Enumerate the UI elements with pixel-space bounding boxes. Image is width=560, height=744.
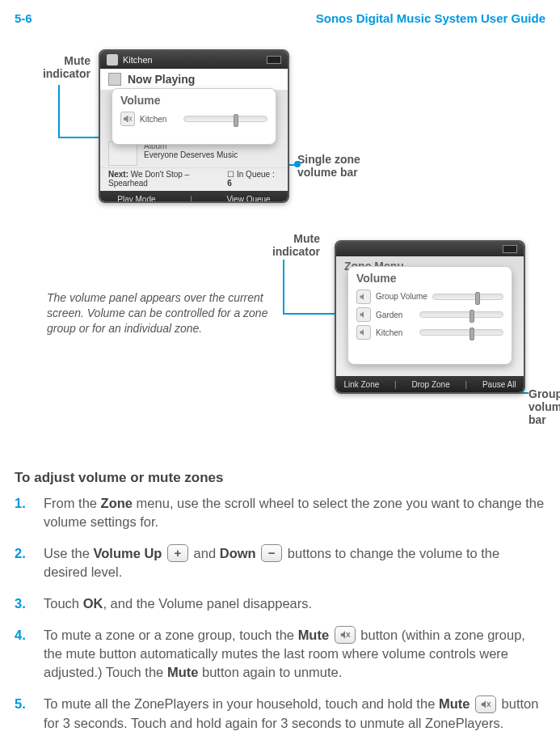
step-number: 5. — [15, 695, 32, 732]
volume-row: Kitchen — [356, 325, 503, 340]
volume-row-label: Kitchen — [376, 328, 415, 337]
step-4: 4. To mute a zone or a zone group, touch… — [15, 626, 545, 682]
callout-single-zone-volume-bar: Single zone volume bar — [297, 153, 394, 179]
volume-row-label: Group Volume — [376, 293, 427, 302]
bold-mute: Mute — [439, 696, 470, 711]
diagram-note: The volume panel appears over the curren… — [47, 290, 289, 336]
mute-icon — [475, 695, 496, 713]
screenshot-zone-menu: Zone Menu Volume Group Volume Garden — [335, 240, 525, 394]
bold-ok: OK — [83, 596, 103, 611]
plus-icon: + — [167, 544, 188, 562]
bottom-view-queue[interactable]: View Queue — [226, 195, 270, 203]
step-number: 2. — [15, 544, 32, 581]
mute-icon[interactable] — [356, 307, 371, 322]
bold-mute: Mute — [167, 665, 199, 679]
section-title: To adjust volume or mute zones — [15, 470, 545, 486]
bold-zone: Zone — [101, 496, 133, 510]
volume-row: Garden — [356, 307, 503, 322]
now-playing-row: Now Playing — [100, 69, 288, 90]
leader-line — [283, 260, 284, 313]
step-5: 5. To mute all the ZonePlayers in your h… — [15, 695, 545, 732]
step-number: 4. — [15, 626, 32, 682]
bold-down: Down — [220, 546, 256, 560]
text: From the — [44, 496, 101, 510]
text: Touch — [44, 596, 83, 611]
album-art-icon — [108, 73, 121, 86]
battery-icon — [503, 245, 517, 253]
volume-row: Kitchen — [120, 112, 267, 126]
bottom-bar: Play Mode | View Queue — [100, 191, 288, 203]
step-text: To mute a zone or a zone group, touch th… — [44, 626, 545, 682]
screenshot-now-playing: Kitchen Now Playing Volume Kitchen Album — [99, 49, 289, 203]
queue-label: In Queue : — [237, 170, 275, 179]
volume-popup-group: Volume Group Volume Garden Kitchen — [347, 266, 512, 365]
step-text: Touch OK, and the Volume panel disappear… — [44, 594, 312, 613]
text: and — [194, 546, 220, 560]
volume-row-label: Garden — [376, 311, 415, 319]
steps-list: 1. From the Zone menu, use the scroll wh… — [15, 494, 545, 732]
now-playing-label: Now Playing — [128, 73, 195, 86]
callout-mute-indicator-1: Mute indicator — [23, 54, 91, 80]
bottom-pause-all[interactable]: Pause All — [482, 380, 516, 389]
battery-icon — [267, 56, 281, 64]
volume-row: Group Volume — [356, 290, 503, 304]
volume-row-label: Kitchen — [140, 115, 179, 124]
bottom-play-mode[interactable]: Play Mode — [117, 195, 155, 203]
minus-icon: − — [261, 544, 282, 562]
text: To mute all the ZonePlayers in your hous… — [44, 696, 439, 711]
volume-slider[interactable] — [419, 311, 503, 318]
step-text: From the Zone menu, use the scroll wheel… — [44, 494, 545, 531]
queue-value: 6 — [227, 179, 232, 188]
step-3: 3. Touch OK, and the Volume panel disapp… — [15, 594, 545, 613]
bold-volume-up: Volume Up — [93, 546, 162, 560]
titlebar: Kitchen — [100, 51, 288, 69]
speaker-icon — [107, 54, 118, 66]
album-value: Everyone Deserves Music — [144, 150, 238, 159]
titlebar — [336, 242, 524, 256]
bold-mute: Mute — [298, 628, 330, 642]
text: button again to unmute. — [198, 665, 342, 679]
volume-slider[interactable] — [432, 294, 503, 300]
volume-popup: Volume Kitchen — [112, 88, 276, 145]
zone-name: Kitchen — [123, 55, 153, 65]
volume-slider[interactable] — [183, 116, 267, 122]
bottom-bar: Link Zone | Drop Zone | Pause All — [336, 376, 524, 393]
next-row: Next: We Don't Stop – Spearhead ☐ In Que… — [100, 167, 288, 191]
mute-icon[interactable] — [356, 290, 371, 304]
text: Use the — [44, 546, 93, 560]
callout-group-volume-bar: Group volume bar — [528, 387, 560, 426]
volume-slider[interactable] — [419, 329, 503, 336]
mute-icon — [335, 626, 356, 644]
step-text: Use the Volume Up + and Down − buttons t… — [44, 544, 545, 581]
album-art-thumb — [108, 142, 137, 166]
next-label: Next: — [108, 170, 128, 179]
bottom-link-zone[interactable]: Link Zone — [343, 380, 379, 389]
step-1: 1. From the Zone menu, use the scroll wh… — [15, 494, 545, 531]
text: , and the Volume panel disappears. — [103, 596, 312, 611]
page-number: 5-6 — [15, 11, 32, 25]
callout-mute-indicator-2: Mute indicator — [247, 232, 320, 258]
step-2: 2. Use the Volume Up + and Down − button… — [15, 544, 545, 581]
text: To mute a zone or a zone group, touch th… — [44, 628, 298, 642]
leader-dot — [294, 161, 301, 167]
mute-icon[interactable] — [356, 325, 371, 340]
bottom-drop-zone[interactable]: Drop Zone — [411, 380, 449, 389]
diagram-area: Mute indicator Single zone volume bar Mu… — [15, 48, 545, 452]
guide-title: Sonos Digital Music System User Guide — [316, 11, 545, 25]
step-text: To mute all the ZonePlayers in your hous… — [44, 695, 545, 732]
step-number: 3. — [15, 594, 32, 613]
mute-icon[interactable] — [120, 112, 135, 126]
volume-popup-title: Volume — [120, 94, 267, 107]
step-number: 1. — [15, 494, 32, 531]
leader-line — [58, 85, 60, 137]
volume-popup-title: Volume — [356, 272, 503, 285]
